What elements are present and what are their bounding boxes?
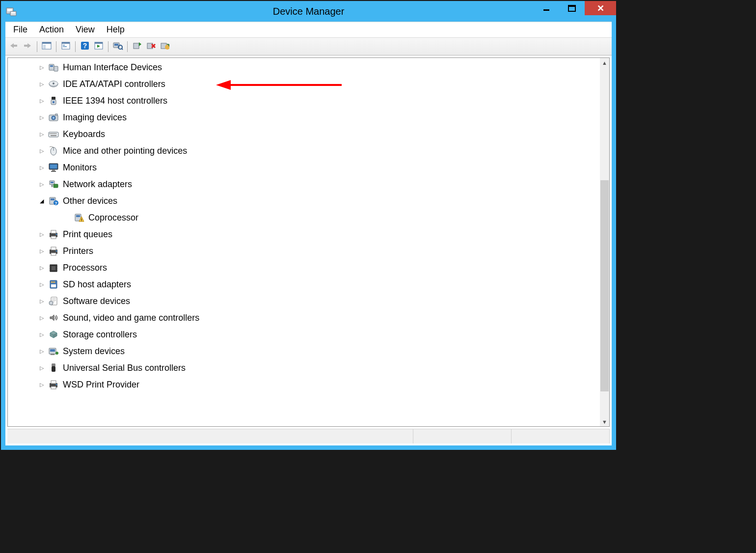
close-button[interactable]: ✕ — [585, 1, 616, 15]
window-controls: ✕ — [534, 1, 616, 17]
expand-triangle-icon[interactable]: ▷ — [38, 147, 45, 154]
svg-rect-6 — [568, 5, 575, 7]
tree-item[interactable]: ▷Software devices — [9, 293, 609, 309]
expand-triangle-icon[interactable]: ▷ — [38, 381, 45, 388]
svg-rect-1 — [7, 9, 12, 11]
expand-triangle-icon[interactable]: ▷ — [38, 97, 45, 104]
tree-item[interactable]: ▷Print queues — [9, 226, 609, 243]
expand-triangle-icon[interactable]: ▷ — [38, 281, 45, 288]
expand-triangle-icon[interactable]: ▷ — [38, 314, 45, 321]
expand-triangle-icon[interactable]: ▷ — [38, 348, 45, 355]
tree-item[interactable]: ▷Imaging devices — [9, 109, 609, 126]
toolbar-forward[interactable] — [21, 40, 34, 53]
svg-rect-101 — [51, 387, 56, 389]
expand-triangle-icon[interactable]: ▷ — [38, 131, 45, 138]
scroll-down-arrow-icon[interactable]: ▼ — [600, 417, 609, 426]
svg-rect-40 — [55, 114, 57, 115]
expand-triangle-icon[interactable]: ▷ — [38, 264, 45, 271]
tree-item[interactable]: ▷Sound, video and game controllers — [9, 309, 609, 326]
svg-rect-22 — [134, 43, 139, 49]
ieee1394-icon — [48, 95, 59, 106]
tree-item[interactable]: ▷IEEE 1394 host controllers — [9, 92, 609, 109]
menu-help[interactable]: Help — [101, 23, 131, 36]
tree-item-label: Coprocessor — [88, 213, 138, 223]
content-area: ▷Human Interface Devices▷IDE ATA/ATAPI c… — [7, 57, 610, 427]
expand-triangle-icon[interactable]: ▷ — [38, 364, 45, 371]
toolbar-help[interactable]: ? — [79, 40, 91, 53]
tree-item-child[interactable]: !Coprocessor — [9, 209, 609, 226]
tree-item[interactable]: ▷Network adapters — [9, 176, 609, 193]
menu-file[interactable]: File — [7, 23, 33, 36]
expand-triangle-icon[interactable]: ▷ — [38, 181, 45, 188]
svg-rect-51 — [50, 165, 57, 168]
processor-icon — [48, 262, 59, 273]
toolbar-uninstall[interactable] — [144, 40, 157, 53]
tree-item[interactable]: ▷Monitors — [9, 159, 609, 176]
toolbar-action-hint[interactable] — [92, 40, 105, 53]
svg-rect-46 — [55, 133, 56, 134]
svg-rect-41 — [49, 132, 58, 137]
expand-triangle-icon[interactable]: ▷ — [38, 331, 45, 338]
tree-item[interactable]: ▷IDE ATA/ATAPI controllers — [9, 76, 609, 92]
tree-item[interactable]: ▷Keyboards — [9, 126, 609, 142]
expand-triangle-icon[interactable]: ▷ — [38, 164, 45, 171]
expand-triangle-icon[interactable]: ▷ — [38, 114, 45, 121]
tree-item[interactable]: ▷SD host adapters — [9, 276, 609, 293]
toolbar-properties[interactable] — [59, 40, 72, 53]
menu-view[interactable]: View — [70, 23, 101, 36]
expand-triangle-icon[interactable]: ▷ — [38, 81, 45, 87]
statusbar — [7, 429, 610, 443]
svg-rect-67 — [51, 236, 56, 239]
maximize-button[interactable] — [559, 1, 585, 15]
svg-line-21 — [122, 49, 123, 50]
tree-item[interactable]: ▷Processors — [9, 259, 609, 276]
menubar: File Action View Help — [5, 22, 612, 38]
scroll-up-arrow-icon[interactable]: ▲ — [600, 58, 609, 67]
toolbar-console-tree[interactable] — [40, 40, 53, 53]
tree-item[interactable]: ▷Printers — [9, 243, 609, 259]
svg-rect-52 — [52, 169, 55, 171]
console-tree-icon — [42, 41, 52, 52]
svg-rect-3 — [11, 12, 15, 13]
tree-item[interactable]: ▷WSD Print Provider — [9, 376, 609, 393]
toolbar: ? — [5, 38, 612, 55]
vertical-scrollbar[interactable]: ▲ ▼ — [600, 58, 609, 426]
tree-item[interactable]: ▷System devices — [9, 343, 609, 359]
toolbar-back[interactable] — [7, 40, 20, 53]
hid-icon — [48, 62, 59, 73]
tree-item-label: Keyboards — [63, 129, 105, 139]
tree-item[interactable]: ▷Mice and other pointing devices — [9, 142, 609, 159]
mouse-icon — [48, 145, 59, 156]
device-tree[interactable]: ▷Human Interface Devices▷IDE ATA/ATAPI c… — [8, 58, 609, 426]
svg-rect-71 — [51, 253, 56, 255]
collapse-triangle-icon[interactable]: ◢ — [38, 197, 45, 204]
expand-triangle-icon[interactable]: ▷ — [38, 298, 45, 304]
system-device-icon — [48, 346, 59, 357]
tree-item[interactable]: ◢?Other devices — [9, 193, 609, 209]
tree-item[interactable]: ▷Universal Serial Bus controllers — [9, 359, 609, 376]
toolbar-add-legacy[interactable] — [158, 40, 171, 53]
toolbar-update-driver[interactable] — [131, 40, 143, 53]
svg-rect-85 — [51, 284, 56, 287]
toolbar-separator — [127, 41, 128, 52]
tree-item[interactable]: ▷Human Interface Devices — [9, 59, 609, 76]
tree-item-label: Storage controllers — [63, 330, 137, 340]
printer-icon — [48, 246, 59, 256]
expand-triangle-icon[interactable]: ▷ — [38, 64, 45, 71]
tree-item-label: Print queues — [63, 229, 112, 240]
minimize-button[interactable] — [534, 1, 559, 15]
menu-action[interactable]: Action — [33, 23, 70, 36]
svg-rect-13 — [63, 46, 67, 47]
tree-item-label: Network adapters — [63, 179, 132, 190]
svg-rect-74 — [52, 266, 55, 270]
expand-triangle-icon[interactable]: ▷ — [38, 231, 45, 238]
toolbar-scan-hardware[interactable] — [111, 40, 124, 53]
scrollbar-thumb[interactable] — [600, 180, 609, 391]
svg-rect-83 — [53, 281, 54, 283]
tree-item[interactable]: ▷Storage controllers — [9, 326, 609, 343]
titlebar[interactable]: Device Manager ✕ — [1, 1, 616, 22]
toolbar-separator — [75, 41, 76, 52]
tree-item-label: IEEE 1394 host controllers — [63, 96, 167, 106]
svg-rect-11 — [62, 42, 70, 44]
expand-triangle-icon[interactable]: ▷ — [38, 248, 45, 254]
